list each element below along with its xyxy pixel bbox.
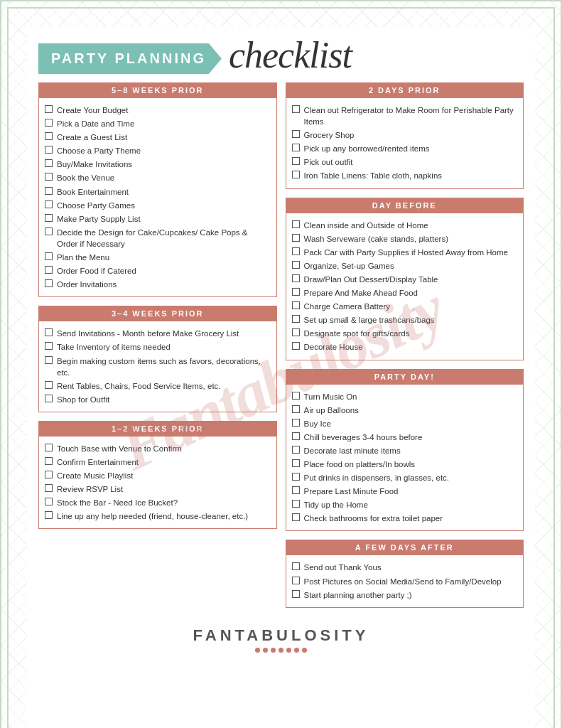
checkbox[interactable] — [292, 220, 300, 228]
section-1-2-weeks-body: Touch Base with Venue to Confirm Confirm… — [38, 437, 277, 530]
checkbox[interactable] — [292, 562, 300, 570]
list-item: Pack Car with Party Supplies if Hosted A… — [292, 247, 518, 258]
checkbox[interactable] — [45, 279, 53, 287]
section-day-before: DAY BEFORE Clean inside and Outside of H… — [286, 198, 524, 360]
checkbox[interactable] — [292, 342, 300, 350]
list-item: Prepare Last Minute Food — [292, 486, 518, 497]
list-item: Prepare And Make Ahead Food — [292, 287, 518, 299]
section-5-8-weeks: 5–8 WEEKS PRIOR Create Your Budget Pick … — [38, 82, 277, 297]
checkbox[interactable] — [292, 301, 300, 309]
list-item: Designate spot for gifts/cards — [292, 328, 518, 339]
checkbox[interactable] — [45, 252, 53, 260]
checkbox[interactable] — [45, 119, 53, 127]
list-item: Make Party Supply List — [45, 213, 271, 225]
checkbox[interactable] — [45, 173, 53, 181]
checkbox[interactable] — [45, 228, 53, 235]
checkbox[interactable] — [292, 288, 300, 296]
checkbox[interactable] — [45, 356, 53, 364]
checkbox[interactable] — [45, 395, 53, 402]
checkbox[interactable] — [45, 498, 53, 505]
checkbox[interactable] — [45, 105, 53, 113]
section-party-day: PARTY DAY! Turn Music On Air up Balloons… — [286, 369, 524, 532]
list-item: Buy/Make Invitations — [45, 159, 271, 170]
section-days-after-header: A FEW DAYS AFTER — [286, 540, 524, 555]
checkbox[interactable] — [45, 159, 53, 167]
brand-name: FANTABULOSITY — [38, 626, 524, 645]
list-item: Rent Tables, Chairs, Food Service Items,… — [45, 380, 271, 392]
section-days-after-body: Send out Thank Yous Post Pictures on Soc… — [286, 555, 524, 607]
section-days-after: A FEW DAYS AFTER Send out Thank Yous Pos… — [286, 540, 524, 607]
list-item: Book Entertainment — [45, 186, 271, 198]
checkbox[interactable] — [292, 577, 300, 584]
checkbox[interactable] — [45, 132, 53, 140]
checkbox[interactable] — [292, 315, 300, 323]
checkbox[interactable] — [292, 261, 300, 269]
list-item: Choose Party Games — [45, 200, 271, 211]
footer-dot — [255, 648, 260, 653]
section-1-2-weeks-header: 1–2 WEEKS PRIOR — [38, 421, 277, 437]
checkbox[interactable] — [292, 274, 300, 282]
list-item: Begin making custom items such as favors… — [45, 355, 271, 378]
checkbox[interactable] — [45, 187, 53, 195]
checkbox[interactable] — [292, 419, 300, 427]
footer-dot — [302, 648, 307, 653]
section-5-8-weeks-body: Create Your Budget Pick a Date and Time … — [38, 98, 277, 297]
checkbox[interactable] — [45, 266, 53, 274]
section-party-day-body: Turn Music On Air up Balloons Buy Ice Ch… — [286, 385, 524, 532]
checkbox[interactable] — [45, 200, 53, 208]
banner-text: PARTY PLANNING — [38, 43, 222, 74]
list-item: Stock the Bar - Need Ice Bucket? — [45, 497, 271, 508]
section-3-4-weeks-body: Send Invitations - Month before Make Gro… — [38, 321, 277, 412]
checkbox[interactable] — [292, 459, 300, 467]
checkbox[interactable] — [45, 146, 53, 154]
checkbox[interactable] — [292, 328, 300, 336]
page-footer: FANTABULOSITY — [38, 626, 524, 653]
checkbox[interactable] — [292, 405, 300, 413]
checkbox[interactable] — [292, 144, 300, 151]
checkbox[interactable] — [45, 342, 53, 350]
checkbox[interactable] — [292, 171, 300, 178]
footer-dot — [263, 648, 268, 653]
checkbox[interactable] — [292, 500, 300, 508]
checkbox[interactable] — [45, 381, 53, 389]
checkbox[interactable] — [45, 444, 53, 451]
checklist-columns: 5–8 WEEKS PRIOR Create Your Budget Pick … — [38, 82, 524, 616]
section-2-days-header: 2 DAYS PRIOR — [286, 82, 524, 98]
list-item: Order Invitations — [45, 279, 271, 290]
checkbox[interactable] — [292, 473, 300, 481]
checkbox[interactable] — [292, 432, 300, 440]
checkbox[interactable] — [292, 513, 300, 521]
checkbox[interactable] — [292, 392, 300, 400]
left-column: 5–8 WEEKS PRIOR Create Your Budget Pick … — [38, 82, 277, 616]
checkbox[interactable] — [292, 247, 300, 255]
list-item: Create Your Budget — [45, 105, 271, 116]
section-1-2-weeks: 1–2 WEEKS PRIOR Touch Base with Venue to… — [38, 421, 277, 530]
list-item: Decide the Design for Cake/Cupcakes/ Cak… — [45, 227, 271, 250]
section-3-4-weeks: 3–4 WEEKS PRIOR Send Invitations - Month… — [38, 306, 277, 412]
footer-dot — [286, 648, 291, 653]
list-item: Chill beverages 3-4 hours before — [292, 432, 518, 443]
checkbox[interactable] — [45, 471, 53, 478]
list-item: Tidy up the Home — [292, 499, 518, 510]
checkbox[interactable] — [45, 484, 53, 492]
checkbox[interactable] — [292, 157, 300, 165]
list-item: Put drinks in dispensers, in glasses, et… — [292, 472, 518, 483]
checkbox[interactable] — [292, 234, 300, 242]
checkbox[interactable] — [292, 130, 300, 138]
footer-dot — [294, 648, 299, 653]
list-item: Clean inside and Outside of Home — [292, 220, 518, 231]
checkbox[interactable] — [45, 214, 53, 222]
list-item: Choose a Party Theme — [45, 145, 271, 156]
checkbox[interactable] — [292, 446, 300, 454]
checkbox[interactable] — [45, 511, 53, 519]
section-party-day-header: PARTY DAY! — [286, 369, 524, 385]
list-item: Line up any help needed (friend, house-c… — [45, 510, 271, 522]
checkbox[interactable] — [292, 590, 300, 598]
section-3-4-weeks-header: 3–4 WEEKS PRIOR — [38, 306, 277, 321]
checkbox[interactable] — [292, 486, 300, 494]
checkbox[interactable] — [292, 105, 300, 113]
checkbox[interactable] — [45, 328, 53, 336]
checkbox[interactable] — [45, 457, 53, 465]
list-item: Send Invitations - Month before Make Gro… — [45, 328, 271, 339]
list-item: Decorate last minute items — [292, 445, 518, 456]
